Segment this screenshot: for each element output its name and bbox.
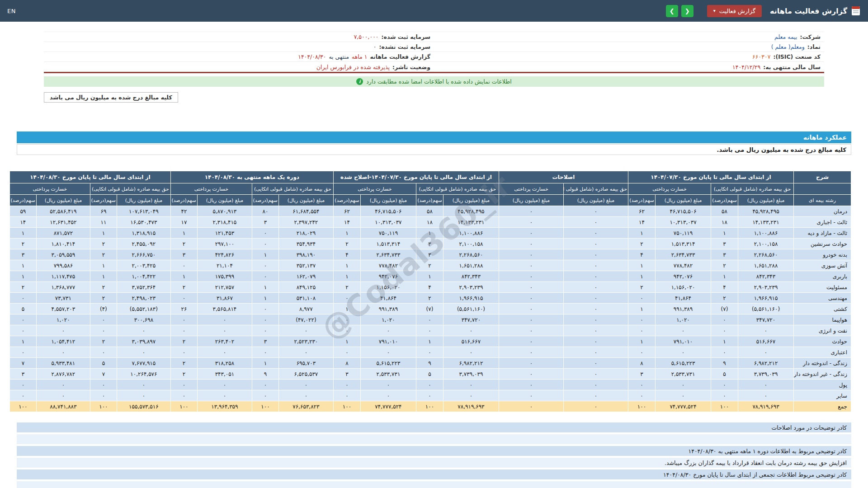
cell-value: ۰ bbox=[37, 347, 90, 357]
report-period-date: ۱۴۰۴/۰۸/۳۰ bbox=[298, 53, 326, 60]
currency-note-row: کلیه مبالغ درج شده به میلیون ریال می باش… bbox=[17, 144, 851, 155]
report-type-label: گزارش فعالیت bbox=[719, 8, 755, 14]
cell-value: ۵۱۶,۶۶۷ bbox=[443, 336, 499, 347]
cell-value: ۰ bbox=[334, 325, 360, 336]
cell-value: ۲۶۳,۴۰۲ bbox=[198, 336, 252, 347]
cell-value: ۴۶,۷۱۵,۵۰۶ bbox=[361, 206, 416, 216]
registered-capital-label: سرمایه ثبت شده: bbox=[382, 33, 430, 40]
cell-value: ۰ bbox=[564, 228, 628, 238]
leaf-header-amount: مبلغ (میلیون ریال) bbox=[279, 195, 333, 206]
cell-value: ۷۴,۷۷۷,۵۲۴ bbox=[361, 401, 416, 412]
cell-value: ۳۱,۸۶۷ bbox=[198, 293, 252, 303]
cell-value: ۱ bbox=[334, 260, 360, 271]
cell-value: ۲,۲۶۸,۵۶۰ bbox=[738, 249, 793, 260]
cell-value: ۰ bbox=[499, 304, 563, 314]
cell-value: ۱ bbox=[416, 336, 443, 347]
leaf-header-amount: مبلغ (میلیون ریال) bbox=[499, 195, 563, 206]
cell-value: ۱۶۲,۰۷۹ bbox=[279, 271, 333, 282]
cell-value: ۲۹۷,۱۰۰ bbox=[198, 239, 252, 249]
cell-value: ۰ bbox=[416, 325, 443, 336]
cell-value: ۷۹۹,۵۸۶ bbox=[37, 260, 90, 271]
cell-value: ۲ bbox=[628, 239, 655, 249]
cell-value: ۱,۰۲۰ bbox=[37, 314, 90, 325]
cell-value: ۰ bbox=[252, 390, 278, 401]
cell-value: ۲,۴۵۵,۰۹۲ bbox=[117, 239, 170, 249]
subgroup-header-premium: حق بیمه صادره (شامل قبولی اتکایی) bbox=[252, 183, 333, 194]
cell-value: ۰ bbox=[171, 260, 197, 271]
row-label: ثالث - اجباری bbox=[794, 217, 851, 227]
cell-value: ۱۶,۵۳۰,۴۷۳ bbox=[117, 217, 170, 227]
cell-value: ۰ bbox=[499, 369, 563, 379]
table-row: پول۰۰۰۰۰۰۰۰۰۰۰۰۰۰۰۰۰۰ bbox=[10, 380, 851, 390]
cell-value: ۳,۰۵۹,۵۵۹ bbox=[37, 249, 90, 260]
cell-value: ۰ bbox=[334, 314, 360, 325]
symbol-value: ومعلم( معلم ) bbox=[771, 43, 805, 50]
cell-value: ۲ bbox=[416, 293, 443, 303]
row-label: سایر bbox=[794, 390, 851, 401]
language-toggle[interactable]: EN bbox=[7, 8, 16, 14]
isic-value: ۶۶۰۳۰۷ bbox=[752, 53, 770, 60]
cell-value: ۹ bbox=[416, 358, 443, 368]
cell-value: ۱۴ bbox=[628, 217, 655, 227]
cell-value: ۱,۰۰۴,۴۲۲ bbox=[117, 271, 170, 282]
cell-value: ۲,۹۰۳,۲۳۹ bbox=[443, 282, 499, 292]
cell-value: ۰ bbox=[443, 347, 499, 357]
cell-value: ۶۹ bbox=[90, 206, 117, 216]
cell-value: ۰ bbox=[171, 314, 197, 325]
cell-value: ۱,۱۰۰,۸۸۶ bbox=[443, 228, 499, 238]
cell-value: ۱۴ bbox=[334, 217, 360, 227]
cell-value: ۰ bbox=[117, 325, 170, 336]
cell-value: ۲,۳۹۷,۲۴۲ bbox=[279, 217, 333, 227]
cell-value: ۸ bbox=[334, 358, 360, 368]
cell-value: ۱۰۰ bbox=[90, 401, 117, 412]
cell-value: ۴۲ bbox=[171, 206, 197, 216]
column-header-desc: شرح bbox=[794, 171, 851, 183]
cell-value: ۴۵,۹۲۸,۴۹۵ bbox=[738, 206, 793, 216]
previous-report-button[interactable]: ❮ bbox=[666, 5, 678, 17]
cell-value: ۱ bbox=[628, 260, 655, 271]
cell-value: ۹۹۱,۳۸۹ bbox=[361, 304, 416, 314]
row-label: اعتباری bbox=[794, 347, 851, 357]
listing-status-value: پذیرفته شده در فرابورس ایران bbox=[316, 64, 390, 70]
cell-value: ۵۸ bbox=[711, 206, 738, 216]
group-header: از ابتدای سال مالی تا پایان مورخ ۱۴۰۴/۰۷… bbox=[334, 171, 499, 183]
cell-value: ۰ bbox=[279, 380, 333, 390]
cell-value: ۶۱,۶۸۴,۵۵۴ bbox=[279, 206, 333, 216]
company-link[interactable]: بیمه معلم bbox=[774, 33, 797, 40]
row-label: نفت و انرژی bbox=[794, 325, 851, 336]
section-title: عملکرد ماهانه bbox=[803, 134, 847, 141]
cell-value: ۰ bbox=[252, 260, 278, 271]
cell-value: ۵,۶۱۵,۲۲۳ bbox=[656, 358, 711, 368]
cell-value: ۲۶ bbox=[171, 304, 197, 314]
cell-value: ۸,۹۷۷ bbox=[279, 304, 333, 314]
cell-value: ۱,۱۵۶,۰۲۰ bbox=[361, 282, 416, 292]
next-report-button[interactable]: ❯ bbox=[681, 5, 693, 17]
cell-value: ۶,۵۲۵,۵۳۷ bbox=[279, 369, 333, 379]
cell-value: ۹۴۲,۰۷۶ bbox=[361, 271, 416, 282]
cell-value: ۳ bbox=[171, 249, 197, 260]
cell-value: ۷,۶۷۷,۹۱۵ bbox=[117, 358, 170, 368]
cell-value: ۰ bbox=[171, 325, 197, 336]
cell-value: ۰ bbox=[564, 304, 628, 314]
cell-value: ۱۰۰ bbox=[171, 401, 197, 412]
column-header-row-label: رشته بیمه ای bbox=[794, 195, 851, 206]
cell-value: ۵ bbox=[416, 369, 443, 379]
cell-value: ۱ bbox=[628, 304, 655, 314]
cell-value: ۰ bbox=[738, 347, 793, 357]
table-row: کشتی(۵,۵۶۱,۱۶۰)(۷)۹۹۱,۳۸۹۱۰۰(۵,۵۶۱,۱۶۰)(… bbox=[10, 304, 851, 314]
cell-value: ۰ bbox=[117, 390, 170, 401]
subgroup-header-claims: خسارت پرداختی bbox=[628, 183, 711, 194]
cell-value: ۱۲,۶۳۱,۴۵۲ bbox=[37, 217, 90, 227]
cell-value: ۶,۹۸۲,۲۱۲ bbox=[738, 358, 793, 368]
cell-value: ۱,۵۱۳,۳۱۴ bbox=[361, 239, 416, 249]
table-row: ثالث - اجباری۱۴,۱۳۳,۲۳۱۱۸۱۰,۳۱۳,۰۳۷۱۴۰۰۱… bbox=[10, 217, 851, 227]
cell-value: ۰ bbox=[711, 390, 738, 401]
cell-value: ۱۵۵,۵۷۳,۵۱۶ bbox=[117, 401, 170, 412]
cell-value: ۱ bbox=[10, 228, 36, 238]
report-type-button[interactable]: گزارش فعالیت ▾ bbox=[707, 5, 762, 17]
row-label: مسئولیت bbox=[794, 282, 851, 292]
table-total-row: جمع۷۸,۹۱۹,۶۹۳۱۰۰۷۴,۷۷۷,۵۲۴۱۰۰۰۰۷۸,۹۱۹,۶۹… bbox=[10, 401, 851, 412]
cell-value: ۲,۵۳۳,۷۳۱ bbox=[361, 369, 416, 379]
table-row: حوادث سرنشین۲,۱۰۰,۱۵۸۳۱,۵۱۳,۳۱۴۲۰۰۲,۱۰۰,… bbox=[10, 239, 851, 249]
leaf-header-amount: مبلغ (میلیون ریال) bbox=[198, 195, 252, 206]
